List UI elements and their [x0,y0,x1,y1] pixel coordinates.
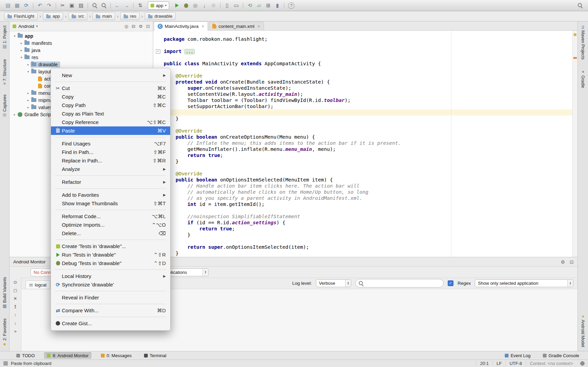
menu-item-compare-with[interactable]: ⇄Compare With...⌘D [51,306,170,315]
tree-chevron-icon[interactable]: ▸ [12,113,17,116]
gear-icon[interactable]: ⚙ [139,24,143,29]
help-icon[interactable]: ? [288,2,295,9]
replace-icon[interactable] [99,1,108,10]
tool-window-button-todo[interactable]: TODO [14,352,37,359]
tree-item-java[interactable]: ▸java [10,47,153,54]
run-configuration-select[interactable]: app▾ [148,1,169,10]
debug-icon[interactable] [181,1,191,10]
breadcrumb-res[interactable]: res [120,12,140,20]
logcat-search[interactable] [355,279,444,287]
gradle-sync-icon[interactable]: ⟲ [245,1,254,10]
tree-chevron-icon[interactable]: ▾ [19,56,24,59]
tool-stripe-button-maven-projects[interactable]: m Maven Projects [581,25,585,59]
breadcrumb-app[interactable]: app [43,12,64,20]
hide-panel-icon[interactable]: ⊡ [570,259,574,265]
menu-item-run-tests-in-drawable[interactable]: Run 'Tests in 'drawable''⌃⇧R [51,250,170,259]
sdk-manager-icon[interactable]: ⊞ [264,1,273,10]
screenshot-icon[interactable]: ⊙ [14,280,17,285]
forward-icon[interactable]: → [122,1,131,10]
tool-stripe-button-gradle[interactable]: ● Gradle [581,69,585,88]
copy-icon[interactable]: ▣ [67,1,76,10]
tree-chevron-icon[interactable]: ▸ [26,106,31,109]
encoding[interactable]: UTF-8 [505,361,526,366]
warning-stripe-mark[interactable] [574,33,576,36]
search-everywhere-icon[interactable] [578,3,583,8]
back-icon[interactable]: ← [113,1,122,10]
redo-icon[interactable]: ↷ [44,1,54,10]
more-icon[interactable]: » [14,329,16,334]
logcat-filter-select[interactable]: Show only selected application ▲▼ [475,279,573,287]
monitor-icon[interactable]: ▭ [232,1,241,10]
tool-window-button-event-log[interactable]: Event Log [502,352,533,359]
export-icon[interactable]: ↥ [14,304,17,309]
breadcrumb-src[interactable]: src [68,12,87,20]
attach-debugger-icon[interactable]: ↓ [200,1,209,10]
menu-item-replace-in-path[interactable]: Replace in Path...⇧⌘R [51,156,170,165]
tool-stripe-button-2-favorites[interactable]: ★ 2: Favorites [2,318,7,347]
tool-stripe-button-captures[interactable]: ◎ Captures [2,94,7,118]
paste-icon[interactable]: ▨ [76,1,86,10]
caret-position[interactable]: 20:1 [476,361,492,366]
menu-item-show-image-thumbnails[interactable]: Show Image Thumbnails⇧⌘T [51,199,170,208]
menu-item-new[interactable]: New▶ [51,71,170,80]
scroll-to-bottom-icon[interactable]: ↓ [14,320,17,326]
tool-window-button-gradle-console[interactable]: Gradle Console [540,352,582,359]
menu-item-cut[interactable]: ✂Cut⌘X [51,84,170,92]
tab-content-main-xml[interactable]: content_main.xml× [209,22,264,30]
menu-item-copy-path[interactable]: Copy Path⇧⌘C [51,101,170,109]
tab-close-icon[interactable]: × [257,24,260,29]
tool-window-button-6-android-monitor[interactable]: 6: Android Monitor [44,352,91,359]
caret-stripe-mark[interactable] [573,57,577,59]
menu-item-debug-tests-in-drawable[interactable]: Debug 'Tests in 'drawable''⌃⇧D [51,259,170,267]
tree-chevron-icon[interactable]: ▸ [19,49,24,52]
tree-item-res[interactable]: ▾res [10,54,153,61]
log-level-select[interactable]: Verbose ▲▼ [316,279,351,287]
tree-chevron-icon[interactable]: ▾ [12,34,17,38]
menu-item-delete[interactable]: Delete...⌫ [51,229,170,238]
scroll-to-top-icon[interactable]: ↑ [14,312,17,317]
tool-stripe-button-android-model[interactable]: ● Android Model [581,314,585,347]
device-icon[interactable]: ▯ [222,1,232,10]
cut-icon[interactable]: ✂ [58,1,67,10]
collapse-all-icon[interactable]: ⊟ [132,24,136,29]
tab-mainactivity-java[interactable]: CMainActivity.java× [154,21,208,31]
tree-chevron-icon[interactable]: ▸ [19,41,24,45]
inspections-profile-icon[interactable] [580,361,585,366]
hide-panel-icon[interactable]: ⊡ [146,24,150,29]
tool-stripe-button-build-variants[interactable]: ▦ Build Variants [2,277,7,309]
avd-manager-icon[interactable]: ▱ [254,1,264,10]
tree-item-manifests[interactable]: ▸manifests [10,39,153,47]
tree-chevron-icon[interactable]: ▾ [26,70,31,73]
open-icon[interactable]: ▤ [3,1,13,10]
menu-item-copy[interactable]: Copy⌘C [51,92,170,101]
editor-scrollbar[interactable] [572,31,577,257]
tree-item-drawable[interactable]: ▸drawable [10,61,153,68]
menu-item-paste[interactable]: Paste⌘V [51,126,170,135]
menu-item-create-tests-in-drawable[interactable]: Create 'Tests in 'drawable''... [51,242,170,250]
line-separator[interactable]: LF [493,361,505,366]
menu-item-find-usages[interactable]: Find Usages⌥F7 [51,139,170,148]
breadcrumb-main[interactable]: main [92,12,115,20]
menu-item-local-history[interactable]: Local History▶ [51,272,170,280]
tree-chevron-icon[interactable]: ▸ [26,91,31,95]
menu-item-create-gist[interactable]: Create Gist... [51,319,170,328]
tool-window-button-0-messages[interactable]: 0: Messages [98,352,135,359]
tool-stripe-button-1-project[interactable]: ▤ 1: Project [2,25,7,50]
tool-window-button-terminal[interactable]: Terminal [141,352,169,359]
menu-item-copy-as-plain-text[interactable]: Copy as Plain Text [51,109,170,118]
code-editor[interactable]: package com.robokon.nao.flashlight;impor… [153,31,573,257]
tool-window-switcher-icon[interactable] [3,361,8,366]
tool-stripe-button-7-structure[interactable]: ≡ 7: Structure [2,59,7,85]
coverage-icon[interactable]: ◎ [191,1,200,10]
context[interactable]: Context: <no context> [526,361,577,366]
logcat-search-input[interactable] [366,280,440,286]
tree-chevron-icon[interactable]: ▸ [26,63,31,66]
menu-item-synchronize-drawable[interactable]: ⟳Synchronize 'drawable' [51,280,170,289]
menu-item-refactor[interactable]: Refactor▶ [51,178,170,186]
menu-item-reveal-in-finder[interactable]: Reveal in Finder [51,293,170,302]
screen-record-icon[interactable]: ◻ [14,288,17,293]
menu-item-find-in-path[interactable]: Find in Path...⇧⌘F [51,148,170,156]
clear-logcat-icon[interactable]: ✕ [14,296,17,301]
menu-item-reformat-code[interactable]: Reformat Code...⌥⌘L [51,212,170,221]
stop-icon[interactable]: ⊘ [209,1,218,10]
